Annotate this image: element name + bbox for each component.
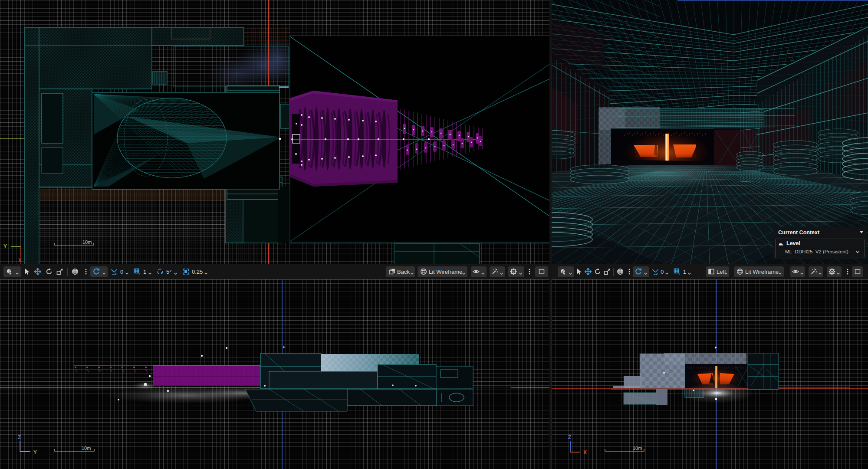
svg-text:10m: 10m — [633, 446, 642, 451]
svg-text:10m: 10m — [82, 446, 91, 451]
svg-text:Y: Y — [3, 243, 7, 249]
svg-text:Z: Z — [568, 434, 571, 440]
svg-text:Y: Y — [33, 449, 37, 456]
svg-text:X: X — [18, 257, 22, 263]
svg-text:X: X — [583, 449, 587, 456]
svg-text:Z: Z — [18, 434, 21, 440]
svg-text:10m: 10m — [82, 239, 92, 245]
